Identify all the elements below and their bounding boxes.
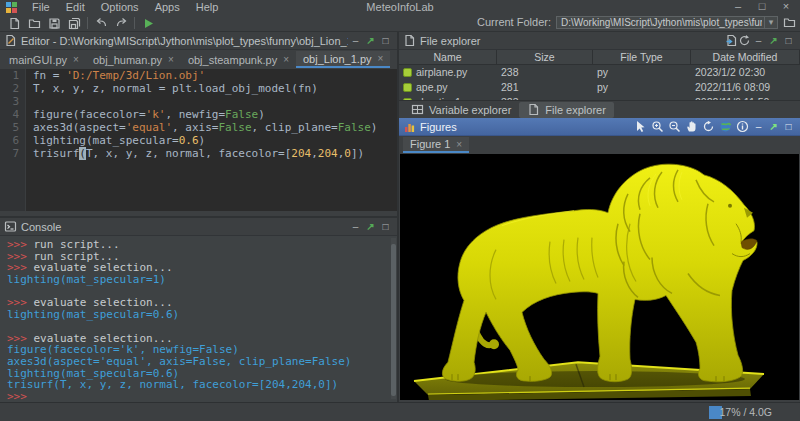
- zoom-out-icon[interactable]: [666, 119, 683, 135]
- main-area: Editor - D:\Working\MIScript\Jython\mis\…: [0, 32, 800, 402]
- line-number: 5: [0, 121, 25, 134]
- minimize-panel-icon[interactable]: –: [348, 33, 363, 49]
- figure-tab[interactable]: Figure 1 ×: [403, 137, 469, 153]
- dock-tab-label: Variable explorer: [429, 104, 511, 116]
- figure-toolbar: [632, 119, 751, 135]
- import-file-icon[interactable]: [725, 34, 738, 47]
- file-date-modified: 2022/11/6 08:09: [691, 80, 800, 95]
- float-panel-icon[interactable]: ↗: [766, 33, 781, 49]
- status-bar: 17% / 4.0G: [0, 402, 800, 421]
- dock-tab-file-explorer[interactable]: File explorer: [519, 102, 614, 118]
- column-header-date-modified[interactable]: Date Modified: [691, 50, 800, 65]
- lion-3d-model: [400, 154, 799, 400]
- line-number: 7: [0, 147, 25, 160]
- rotate-icon[interactable]: [700, 119, 717, 135]
- code-editor[interactable]: 1234567 fn = 'D:/Temp/3d/Lion.obj'T, x, …: [0, 69, 397, 211]
- dock-tab-label: File explorer: [545, 104, 606, 116]
- pan-hand-icon[interactable]: [683, 119, 700, 135]
- code-line: [33, 95, 397, 108]
- file-explorer-tool-icons: [725, 34, 751, 47]
- minimize-panel-icon[interactable]: –: [348, 219, 363, 235]
- info-icon[interactable]: [734, 119, 751, 135]
- editor-tab-obj_steampunk.py[interactable]: obj_steampunk.py×: [181, 51, 296, 68]
- pointer-icon[interactable]: [632, 119, 649, 135]
- file-size: 238: [497, 65, 593, 80]
- file-type: py: [593, 80, 691, 95]
- meteoinfolab-window: FileEditOptionsAppsHelp MeteoInfoLab –□×…: [0, 0, 800, 421]
- file-date-modified: 2023/1/2 02:30: [691, 65, 800, 80]
- figure-canvas[interactable]: [400, 154, 799, 400]
- console-panel-controls: –↗□: [348, 219, 393, 235]
- menu-help[interactable]: Help: [188, 0, 227, 14]
- tab-label: obj_human.py: [93, 52, 162, 68]
- close-icon[interactable]: ×: [378, 51, 384, 67]
- console-line: lighting(mat_specular=1): [7, 274, 397, 286]
- float-panel-icon[interactable]: ↗: [363, 33, 378, 49]
- zoom-in-icon[interactable]: [649, 119, 666, 135]
- run-icon[interactable]: [138, 15, 158, 31]
- menu-edit[interactable]: Edit: [58, 0, 93, 14]
- grid-icon: [411, 103, 424, 116]
- console-line: lighting(mat_specular=0.6): [7, 309, 397, 321]
- minimize-panel-icon[interactable]: –: [751, 119, 766, 135]
- console-output[interactable]: >>> run script...>>> run script...>>> ev…: [0, 236, 397, 402]
- undo-icon[interactable]: [91, 15, 111, 31]
- current-folder-value: D:\Working\MIScript\Jython\mis\plot_type…: [561, 17, 762, 28]
- new-file-icon[interactable]: [4, 15, 24, 31]
- menu-apps[interactable]: Apps: [147, 0, 188, 14]
- menu-bar: FileEditOptionsAppsHelp: [24, 0, 226, 14]
- file-page-icon: [527, 103, 540, 116]
- chevron-down-icon[interactable]: ▾: [764, 17, 777, 28]
- app-logo-icon: [6, 2, 17, 13]
- maximize-panel-icon[interactable]: □: [378, 33, 393, 49]
- column-header-size[interactable]: Size: [497, 50, 593, 65]
- code-line: axes3d(aspect='equal', axis=False, clip_…: [33, 121, 397, 134]
- maximize-window-icon[interactable]: □: [750, 0, 774, 14]
- editor-tab-obj_Lion_1.py[interactable]: obj_Lion_1.py×: [296, 51, 390, 68]
- file-type: py: [593, 65, 691, 80]
- browse-folder-button[interactable]: [783, 16, 796, 29]
- file-page-icon: [403, 34, 416, 47]
- toolbar-separator: [134, 17, 135, 29]
- open-folder-icon[interactable]: [24, 15, 44, 31]
- console-panel-header: Console –↗□: [0, 218, 397, 236]
- line-number: 3: [0, 95, 25, 108]
- save-all-icon[interactable]: [64, 15, 84, 31]
- line-number: 4: [0, 108, 25, 121]
- close-icon[interactable]: ×: [168, 52, 174, 68]
- menu-options[interactable]: Options: [93, 0, 147, 14]
- maximize-panel-icon[interactable]: □: [781, 33, 796, 49]
- current-folder-combobox[interactable]: D:\Working\MIScript\Jython\mis\plot_type…: [556, 16, 778, 29]
- minimize-window-icon[interactable]: –: [726, 0, 750, 14]
- editor-tab-obj_human.py[interactable]: obj_human.py×: [86, 51, 181, 68]
- close-icon[interactable]: ×: [456, 137, 462, 152]
- main-toolbar: Current Folder: D:\Working\MIScript\Jyth…: [0, 14, 800, 32]
- refresh-icon[interactable]: [738, 34, 751, 47]
- save-icon[interactable]: [44, 15, 64, 31]
- editor-tab-bar: mainGUI.py×obj_human.py×obj_steampunk.py…: [0, 50, 397, 68]
- maximize-panel-icon[interactable]: □: [781, 119, 796, 135]
- dock-tab-variable-explorer[interactable]: Variable explorer: [403, 102, 519, 118]
- console-scrollbar[interactable]: [391, 238, 396, 399]
- maximize-panel-icon[interactable]: □: [378, 219, 393, 235]
- minimize-panel-icon[interactable]: –: [751, 33, 766, 49]
- editor-tab-mainGUI.py[interactable]: mainGUI.py×: [2, 51, 86, 68]
- menu-file[interactable]: File: [24, 0, 58, 14]
- float-panel-icon[interactable]: ↗: [363, 219, 378, 235]
- redo-icon[interactable]: [111, 15, 131, 31]
- globe-icon[interactable]: [717, 119, 734, 135]
- close-icon[interactable]: ×: [73, 52, 79, 68]
- float-panel-icon[interactable]: ↗: [766, 119, 781, 135]
- toolbar-separator: [87, 17, 88, 29]
- file-row-ape.py[interactable]: ape.py281py2022/11/6 08:09: [399, 80, 800, 95]
- column-header-file-type[interactable]: File Type: [593, 50, 691, 65]
- file-row-airplane.py[interactable]: airplane.py238py2023/1/2 02:30: [399, 65, 800, 80]
- close-window-icon[interactable]: ×: [774, 0, 798, 14]
- column-header-name[interactable]: Name: [399, 50, 497, 65]
- tab-label: obj_steampunk.py: [188, 52, 277, 68]
- tab-label: mainGUI.py: [9, 52, 67, 68]
- editor-panel-title: Editor - D:\Working\MIScript\Jython\mis\…: [21, 35, 348, 47]
- close-icon[interactable]: ×: [283, 52, 289, 68]
- figures-panel-title: Figures: [420, 121, 632, 133]
- file-name: ape.py: [416, 80, 448, 95]
